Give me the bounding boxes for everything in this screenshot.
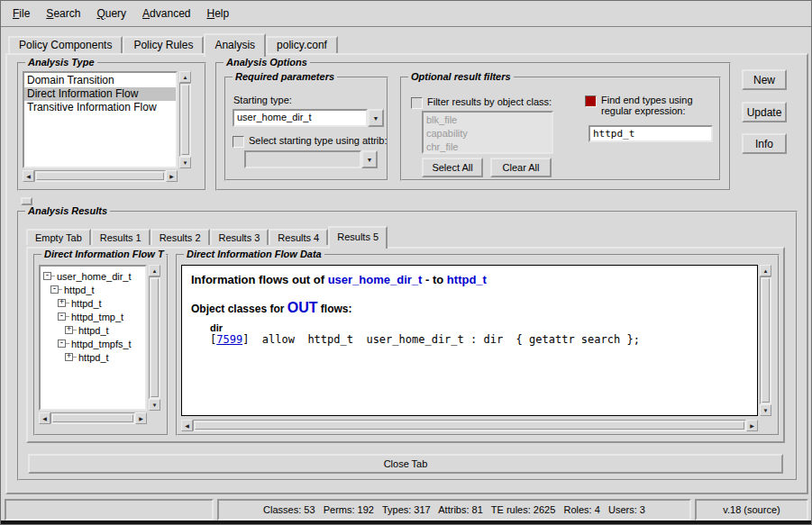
scroll-right-icon[interactable]: ▶ bbox=[135, 412, 147, 424]
update-button[interactable]: Update bbox=[742, 102, 787, 122]
status-stats: Classes: 53 Perms: 192 Types: 317 Attrib… bbox=[217, 499, 691, 520]
scroll-up-icon[interactable]: ▲ bbox=[149, 265, 160, 276]
rule-id-link[interactable]: 7599 bbox=[216, 333, 242, 346]
tree-node-httpd-t[interactable]: +httpd_t bbox=[42, 296, 143, 310]
new-button[interactable]: New bbox=[742, 69, 787, 90]
tree-node-label: httpd_tmpfs_t bbox=[69, 339, 132, 349]
flow-tree-title: Direct Information Flow T bbox=[41, 249, 166, 259]
flow-data-text[interactable]: Information flows out of user_home_dir_t… bbox=[181, 265, 758, 416]
scrollbar-thumb[interactable] bbox=[36, 172, 164, 180]
scrollbar-thumb[interactable] bbox=[52, 414, 133, 422]
starting-type-value[interactable]: user_home_dir_t bbox=[233, 109, 368, 127]
tree-node-httpd-tmpfs-t[interactable]: -httpd_tmpfs_t bbox=[42, 337, 143, 350]
menu-item-file[interactable]: File bbox=[5, 5, 38, 22]
scroll-left-icon[interactable]: ◀ bbox=[39, 412, 50, 424]
scrollbar-trough[interactable] bbox=[149, 276, 160, 399]
results-tab-results-1[interactable]: Results 1 bbox=[91, 229, 151, 245]
object-class-item-chr-file: chr_file bbox=[424, 140, 552, 154]
scroll-up-icon[interactable]: ▲ bbox=[760, 265, 771, 276]
tree-node-httpd-t[interactable]: +httpd_t bbox=[42, 323, 143, 337]
results-tab-results-5[interactable]: Results 5 bbox=[328, 226, 388, 249]
tree-node-user-home-dir-t[interactable]: -user_home_dir_t bbox=[42, 269, 143, 283]
menu-bar: FileSearchQueryAdvancedHelp bbox=[1, 1, 811, 28]
attrib-checkbox-row[interactable]: Select starting type using attrib: bbox=[233, 135, 387, 148]
object-class-filter-checkbox[interactable] bbox=[411, 97, 423, 109]
scroll-right-icon[interactable]: ▶ bbox=[166, 170, 178, 182]
collapse-icon[interactable]: - bbox=[43, 272, 51, 280]
starting-type-combobox[interactable]: user_home_dir_t ▼ bbox=[233, 109, 384, 127]
expand-icon[interactable]: + bbox=[58, 299, 66, 307]
regex-filter-row[interactable]: Find end types using regular expression: bbox=[585, 95, 722, 116]
flow-tree[interactable]: -user_home_dir_t-httpd_t+httpd_t-httpd_t… bbox=[39, 265, 147, 411]
flow-tree-vscrollbar[interactable]: ▲ ▼ bbox=[149, 265, 160, 411]
dropdown-arrow-icon[interactable]: ▼ bbox=[368, 109, 384, 127]
select-all-button[interactable]: Select All bbox=[422, 158, 483, 177]
tree-node-label: httpd_t bbox=[69, 298, 102, 309]
main-tab-analysis[interactable]: Analysis bbox=[204, 33, 266, 57]
results-tab-results-3[interactable]: Results 3 bbox=[210, 229, 269, 245]
results-tab-results-2[interactable]: Results 2 bbox=[151, 229, 210, 245]
regex-checkbox-label: Find end types using regular expression: bbox=[601, 95, 722, 116]
scrollbar-trough[interactable] bbox=[34, 170, 166, 182]
main-tab-policy-conf[interactable]: policy.conf bbox=[266, 36, 338, 53]
main-tab-policy-rules[interactable]: Policy Rules bbox=[123, 36, 204, 53]
object-class-filter-row[interactable]: Filter results by object class: bbox=[411, 96, 552, 109]
menu-item-help[interactable]: Help bbox=[198, 5, 237, 22]
scrollbar-trough[interactable] bbox=[50, 412, 135, 424]
analysis-results-title: Analysis Results bbox=[25, 205, 110, 216]
collapse-icon[interactable]: - bbox=[50, 285, 59, 294]
attrib-checkbox[interactable] bbox=[233, 136, 244, 148]
tree-node-httpd-tmp-t[interactable]: -httpd_tmp_t bbox=[42, 310, 143, 323]
required-parameters-title: Required parameters bbox=[233, 71, 337, 82]
scroll-down-icon[interactable]: ▼ bbox=[179, 157, 191, 168]
expand-icon[interactable]: + bbox=[65, 353, 73, 361]
analysis-type-hscrollbar[interactable]: ◀ ▶ bbox=[23, 170, 178, 182]
scrollbar-trough[interactable] bbox=[179, 83, 191, 157]
scrollbar-thumb[interactable] bbox=[195, 421, 744, 430]
scrollbar-thumb[interactable] bbox=[762, 278, 770, 403]
attrib-combobox: ▼ bbox=[244, 150, 378, 168]
collapse-icon[interactable]: - bbox=[58, 312, 66, 321]
expand-icon[interactable]: + bbox=[65, 326, 73, 334]
regex-input[interactable] bbox=[588, 125, 713, 142]
scrollbar-trough[interactable] bbox=[760, 276, 771, 404]
scrollbar-thumb[interactable] bbox=[181, 85, 189, 155]
text-segment: OUT bbox=[287, 300, 318, 315]
analysis-type-item-domain-transition[interactable]: Domain Transition bbox=[24, 74, 176, 87]
scrollbar-thumb[interactable] bbox=[151, 278, 159, 397]
pane-sash[interactable] bbox=[21, 197, 32, 205]
collapse-icon[interactable]: - bbox=[58, 339, 66, 348]
regex-checkbox[interactable] bbox=[585, 95, 597, 107]
results-tab-results-4[interactable]: Results 4 bbox=[269, 229, 328, 245]
scroll-left-icon[interactable]: ◀ bbox=[23, 170, 34, 182]
tree-node-label: user_home_dir_t bbox=[55, 271, 132, 282]
clear-all-button[interactable]: Clear All bbox=[490, 158, 552, 177]
scroll-up-icon[interactable]: ▲ bbox=[179, 71, 191, 83]
menu-item-advanced[interactable]: Advanced bbox=[134, 5, 198, 22]
flow-tree-hscrollbar[interactable]: ◀ ▶ bbox=[39, 412, 147, 424]
analysis-type-item-direct-information-flow[interactable]: Direct Information Flow bbox=[24, 87, 176, 101]
analysis-type-list[interactable]: Domain TransitionDirect Information Flow… bbox=[23, 71, 178, 168]
info-button[interactable]: Info bbox=[742, 133, 787, 154]
scroll-right-icon[interactable]: ▶ bbox=[746, 420, 758, 431]
flow-data-title: Direct Information Flow Data bbox=[184, 249, 324, 259]
scroll-down-icon[interactable]: ▼ bbox=[149, 399, 160, 411]
bottom-edge bbox=[1, 520, 812, 525]
tree-node-label: httpd_tmp_t bbox=[69, 312, 123, 322]
menu-item-query[interactable]: Query bbox=[88, 5, 134, 22]
tree-node-httpd-t[interactable]: +httpd_t bbox=[42, 350, 143, 364]
close-tab-button[interactable]: Close Tab bbox=[28, 454, 783, 474]
object-class-item-capability: capability bbox=[424, 127, 552, 140]
menu-item-search[interactable]: Search bbox=[38, 5, 88, 22]
apol-window: FileSearchQueryAdvancedHelp Policy Compo… bbox=[0, 0, 812, 525]
analysis-type-vscrollbar[interactable]: ▲ ▼ bbox=[179, 71, 191, 168]
analysis-type-item-transitive-information-flow[interactable]: Transitive Information Flow bbox=[24, 101, 176, 114]
flow-data-hscrollbar[interactable]: ◀ ▶ bbox=[181, 420, 758, 431]
tree-node-httpd-t[interactable]: -httpd_t bbox=[42, 283, 143, 296]
main-tab-policy-components[interactable]: Policy Components bbox=[8, 36, 123, 53]
scroll-left-icon[interactable]: ◀ bbox=[181, 420, 193, 431]
scrollbar-trough[interactable] bbox=[193, 420, 746, 431]
results-tab-empty-tab[interactable]: Empty Tab bbox=[26, 229, 91, 245]
scroll-down-icon[interactable]: ▼ bbox=[760, 404, 771, 416]
flow-data-vscrollbar[interactable]: ▲ ▼ bbox=[760, 265, 771, 416]
